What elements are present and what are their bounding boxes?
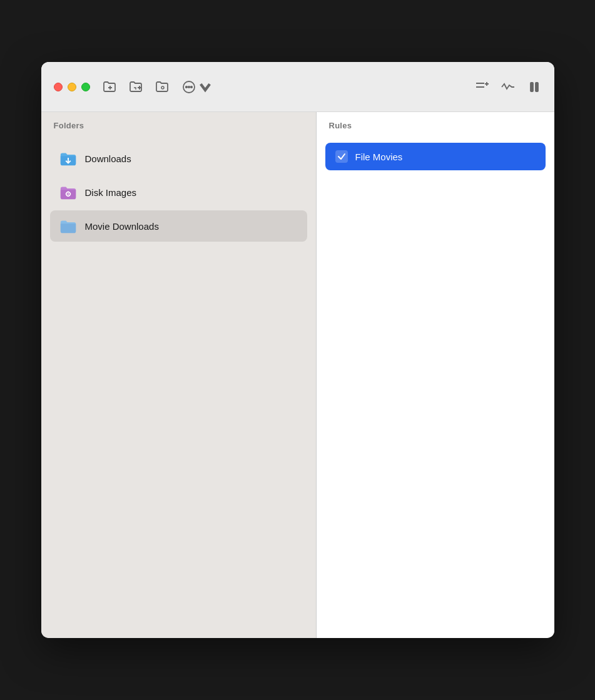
main-content: Folders Downloads [41, 112, 554, 638]
activity-icon [501, 80, 516, 95]
activity-button[interactable] [501, 80, 516, 95]
disk-images-folder-icon [59, 183, 78, 202]
svg-point-17 [67, 193, 68, 195]
close-button[interactable] [54, 83, 63, 91]
add-rule-icon [474, 80, 489, 95]
rules-header: Rules [317, 112, 554, 138]
chevron-down-icon [198, 80, 213, 95]
folder-name-movie-downloads: Movie Downloads [85, 221, 159, 232]
folder-item-downloads[interactable]: Downloads [50, 143, 307, 174]
folders-header: Folders [41, 112, 316, 138]
checkmark-icon [337, 152, 346, 161]
rule-item-file-movies[interactable]: File Movies [325, 143, 546, 170]
folder-item-disk-images[interactable]: Disk Images [50, 177, 307, 208]
folders-panel: Folders Downloads [41, 112, 317, 638]
pause-icon [527, 80, 542, 95]
more-options-icon [181, 80, 196, 95]
traffic-lights [54, 83, 90, 91]
toolbar [103, 80, 542, 95]
rule-name-file-movies: File Movies [355, 152, 403, 162]
folder-name-disk-images: Disk Images [85, 187, 137, 198]
pause-button[interactable] [527, 80, 542, 95]
downloads-folder-icon [59, 149, 78, 168]
svg-point-7 [188, 86, 189, 87]
folder-item-movie-downloads[interactable]: Movie Downloads [50, 210, 307, 242]
folder-settings-button[interactable] [155, 80, 170, 95]
folder-name-downloads: Downloads [85, 153, 131, 164]
more-options-button[interactable] [181, 80, 213, 95]
rules-list: File Movies [317, 138, 554, 175]
rules-panel: Rules File Movies [317, 112, 554, 638]
svg-point-8 [190, 86, 191, 87]
svg-point-4 [161, 86, 164, 89]
titlebar [41, 62, 554, 112]
app-window: Folders Downloads [41, 62, 554, 638]
svg-rect-13 [531, 83, 533, 91]
add-subfolder-button[interactable] [129, 80, 144, 95]
add-folder-icon [103, 80, 118, 95]
folder-list: Downloads Disk Images [41, 138, 316, 247]
add-subfolder-icon [129, 80, 144, 95]
minimize-button[interactable] [68, 83, 76, 91]
maximize-button[interactable] [81, 83, 90, 91]
svg-point-6 [185, 86, 186, 87]
add-rule-button[interactable] [474, 80, 489, 95]
rule-check-file-movies [335, 150, 348, 163]
add-folder-button[interactable] [103, 80, 118, 95]
movie-downloads-folder-icon [59, 217, 78, 235]
folder-settings-icon [155, 80, 170, 95]
svg-rect-14 [536, 83, 538, 91]
